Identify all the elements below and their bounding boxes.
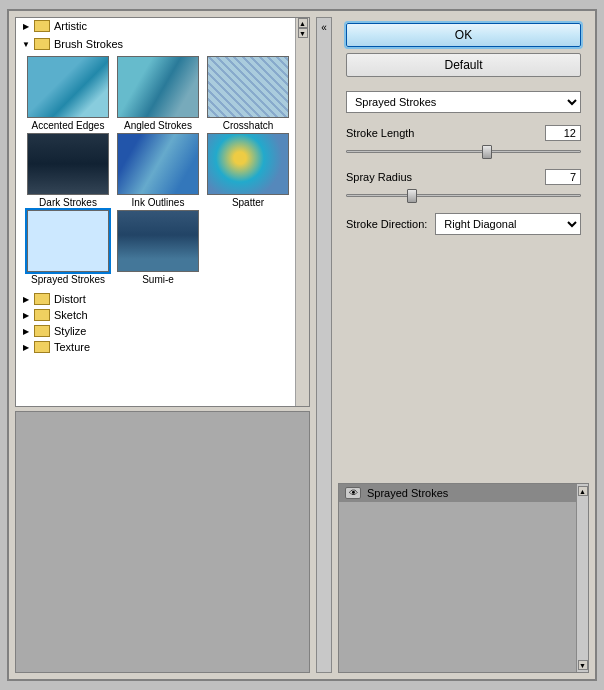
spray-radius-value[interactable]: 7 bbox=[545, 169, 581, 185]
thumb-label-spatter: Spatter bbox=[232, 197, 264, 208]
folder-distort bbox=[34, 293, 50, 305]
thumb-img-sprayed bbox=[27, 210, 109, 272]
spray-radius-slider-container bbox=[346, 187, 581, 203]
folder-brush-strokes bbox=[34, 38, 50, 50]
spray-radius-label-row: Spray Radius 7 bbox=[346, 169, 581, 185]
thumb-ink-outlines[interactable]: Ink Outlines bbox=[114, 133, 202, 208]
label-artistic: Artistic bbox=[54, 20, 87, 32]
filter-select[interactable]: Sprayed Strokes bbox=[346, 91, 581, 113]
left-preview-area bbox=[15, 411, 310, 673]
folder-artistic bbox=[34, 20, 50, 32]
default-button[interactable]: Default bbox=[346, 53, 581, 77]
thumb-img-angled bbox=[117, 56, 199, 118]
spray-radius-control: Spray Radius 7 bbox=[346, 169, 581, 203]
label-sketch: Sketch bbox=[54, 309, 88, 321]
brush-strokes-section: ▼ Brush Strokes Accented Edges bbox=[16, 34, 295, 291]
stroke-direction-label: Stroke Direction: bbox=[346, 218, 427, 230]
thumb-angled-strokes[interactable]: Angled Strokes bbox=[114, 56, 202, 131]
arrow-texture: ▶ bbox=[20, 341, 32, 353]
collapse-panel-btn[interactable]: « bbox=[316, 17, 332, 673]
arrow-artistic: ▶ bbox=[20, 20, 32, 32]
effect-preview-panel: 👁 Sprayed Strokes ▲ ▼ bbox=[338, 483, 589, 673]
thumb-label-accented: Accented Edges bbox=[32, 120, 105, 131]
thumb-img-accented bbox=[27, 56, 109, 118]
thumb-img-dark bbox=[27, 133, 109, 195]
thumb-sumie[interactable]: Sumi-e bbox=[114, 210, 202, 285]
thumb-label-sprayed: Sprayed Strokes bbox=[31, 274, 105, 285]
folder-sketch bbox=[34, 309, 50, 321]
tree-item-distort[interactable]: ▶ Distort bbox=[16, 291, 295, 307]
thumb-img-sumie bbox=[117, 210, 199, 272]
stroke-direction-select[interactable]: Right Diagonal Left Diagonal Vertical Ho… bbox=[435, 213, 581, 235]
thumb-label-ink: Ink Outlines bbox=[132, 197, 185, 208]
effect-scroll-down[interactable]: ▼ bbox=[578, 660, 588, 670]
thumb-label-dark: Dark Strokes bbox=[39, 197, 97, 208]
thumb-spatter[interactable]: Spatter bbox=[204, 133, 292, 208]
left-panel: ▶ Artistic ▼ Brush Strokes bbox=[15, 17, 310, 673]
thumb-accented-edges[interactable]: Accented Edges bbox=[24, 56, 112, 131]
spray-radius-thumb[interactable] bbox=[407, 189, 417, 203]
stroke-length-value[interactable]: 12 bbox=[545, 125, 581, 141]
stroke-length-thumb[interactable] bbox=[482, 145, 492, 159]
double-arrow-icon: « bbox=[321, 22, 327, 33]
stroke-direction-row: Stroke Direction: Right Diagonal Left Di… bbox=[346, 213, 581, 235]
stroke-length-control: Stroke Length 12 bbox=[346, 125, 581, 159]
tree-item-sketch[interactable]: ▶ Sketch bbox=[16, 307, 295, 323]
spray-radius-label: Spray Radius bbox=[346, 171, 412, 183]
label-texture: Texture bbox=[54, 341, 90, 353]
stroke-length-track bbox=[346, 150, 581, 153]
effect-scrollbar: ▲ ▼ bbox=[576, 484, 588, 672]
filter-select-row: Sprayed Strokes bbox=[346, 91, 581, 113]
thumb-dark-strokes[interactable]: Dark Strokes bbox=[24, 133, 112, 208]
effect-preview-content: 👁 Sprayed Strokes bbox=[339, 484, 576, 672]
label-stylize: Stylize bbox=[54, 325, 86, 337]
thumbnails-grid: Accented Edges Angled Strokes Crosshatch bbox=[16, 52, 295, 289]
scroll-up-btn[interactable]: ▲ bbox=[298, 18, 308, 28]
spray-radius-track bbox=[346, 194, 581, 197]
scroll-down-btn[interactable]: ▼ bbox=[298, 28, 308, 38]
stroke-length-slider-container bbox=[346, 143, 581, 159]
eye-symbol: 👁 bbox=[349, 488, 358, 498]
thumb-img-spatter bbox=[207, 133, 289, 195]
thumb-crosshatch[interactable]: Crosshatch bbox=[204, 56, 292, 131]
main-dialog: ▶ Artistic ▼ Brush Strokes bbox=[7, 9, 597, 681]
effect-preview-header: 👁 Sprayed Strokes bbox=[339, 484, 576, 502]
thumb-sprayed-strokes[interactable]: Sprayed Strokes bbox=[24, 210, 112, 285]
right-panel-bottom: 👁 Sprayed Strokes ▲ ▼ bbox=[338, 483, 589, 673]
folder-texture bbox=[34, 341, 50, 353]
controls-section: Sprayed Strokes Stroke Length 12 Spra bbox=[338, 83, 589, 477]
thumb-label-sumie: Sumi-e bbox=[142, 274, 174, 285]
ok-button[interactable]: OK bbox=[346, 23, 581, 47]
thumb-label-angled: Angled Strokes bbox=[124, 120, 192, 131]
arrow-stylize: ▶ bbox=[20, 325, 32, 337]
thumb-label-crosshatch: Crosshatch bbox=[223, 120, 274, 131]
effect-preview-label: Sprayed Strokes bbox=[367, 487, 448, 499]
effect-preview-body bbox=[339, 502, 576, 672]
label-brush-strokes: Brush Strokes bbox=[54, 38, 123, 50]
arrow-sketch: ▶ bbox=[20, 309, 32, 321]
thumb-img-crosshatch bbox=[207, 56, 289, 118]
right-top: OK Default bbox=[338, 17, 589, 83]
tree-item-artistic[interactable]: ▶ Artistic bbox=[16, 18, 295, 34]
right-panel: OK Default Sprayed Strokes Stroke Length… bbox=[338, 17, 589, 673]
tree-item-stylize[interactable]: ▶ Stylize bbox=[16, 323, 295, 339]
stroke-length-label: Stroke Length bbox=[346, 127, 415, 139]
stroke-length-label-row: Stroke Length 12 bbox=[346, 125, 581, 141]
effect-scroll-up[interactable]: ▲ bbox=[578, 486, 588, 496]
folder-stylize bbox=[34, 325, 50, 337]
tree-item-brush-strokes[interactable]: ▼ Brush Strokes bbox=[16, 36, 295, 52]
label-distort: Distort bbox=[54, 293, 86, 305]
filter-tree: ▶ Artistic ▼ Brush Strokes bbox=[16, 18, 295, 406]
eye-visibility-icon[interactable]: 👁 bbox=[345, 487, 361, 499]
arrow-distort: ▶ bbox=[20, 293, 32, 305]
tree-item-texture[interactable]: ▶ Texture bbox=[16, 339, 295, 355]
filter-tree-scrollbar: ▲ ▼ bbox=[295, 18, 309, 406]
arrow-brush-strokes: ▼ bbox=[20, 38, 32, 50]
thumb-img-ink bbox=[117, 133, 199, 195]
filter-tree-container: ▶ Artistic ▼ Brush Strokes bbox=[15, 17, 310, 407]
effect-preview-with-scroll: 👁 Sprayed Strokes ▲ ▼ bbox=[339, 484, 588, 672]
